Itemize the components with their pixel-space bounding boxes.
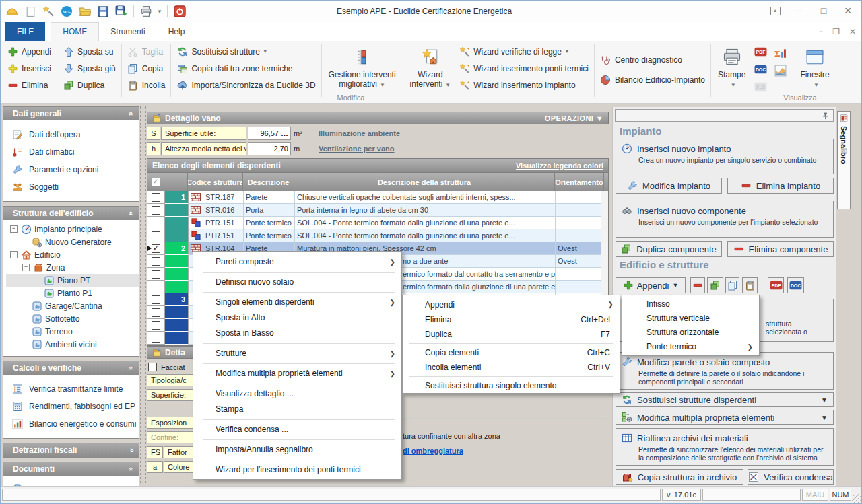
sidebar-item-parametri-e-opzioni[interactable]: Parametri e opzioni — [3, 161, 139, 178]
ribbon-button-sposta-gi[interactable]: Sposta giù — [59, 60, 119, 77]
ribbon-button-inserisci[interactable]: Inserisci — [3, 60, 55, 77]
row-selector-cell[interactable] — [147, 229, 165, 242]
ombreggiatura-link-fragment[interactable]: di ombreggiatura — [403, 447, 463, 455]
ribbon-button-sposta-su[interactable]: Sposta su — [59, 43, 119, 60]
diagram-view-button[interactable] — [770, 62, 791, 79]
ribbon-button-wizard-verifiche-di-legge[interactable]: Wizard verifiche di legge▼ — [455, 43, 592, 60]
tree-item-zona[interactable]: −Zona — [6, 261, 139, 274]
sidebar-item-bilancio-energetico-e-consumi[interactable]: Bilancio energetico e consumi — [3, 415, 139, 433]
row-selector-cell[interactable] — [147, 204, 165, 217]
tree-toggle-minus[interactable]: − — [10, 251, 18, 258]
row-checkbox[interactable] — [152, 219, 160, 227]
tree-item-pianto-p1[interactable]: Pianto P1 — [6, 287, 139, 299]
ribbon-button-sostituisci-strutture[interactable]: Sostituisci strutture▼ — [173, 43, 319, 60]
menu-item-ponte-termico[interactable]: Ponte termico❯ — [622, 340, 759, 354]
menu-item-infisso[interactable]: Infisso — [622, 297, 759, 312]
menu-item-appendi[interactable]: Appendi❯ — [403, 297, 620, 312]
tree-item-terreno[interactable]: Terreno — [6, 325, 139, 338]
sidebar-item-dati-dell-opera[interactable]: Dati dell'opera — [3, 126, 139, 143]
sidebar-item-rendimenti-fabbisogni-ed-ep[interactable]: Rendimenti, fabbisogni ed EP — [3, 398, 139, 415]
ribbon-button-finestre[interactable]: Finestre▼ — [795, 43, 834, 101]
copia-struttura-archivio-button[interactable]: Copia struttura in archivio — [616, 469, 743, 485]
column-header-blank[interactable] — [164, 173, 188, 191]
duplicate-green-button[interactable] — [707, 277, 723, 293]
row-checkbox[interactable] — [152, 257, 160, 266]
menu-item-sostituisci-struttura-singolo-elemento[interactable]: Sostituisci struttura singolo elemento — [403, 378, 620, 393]
operazioni-menu-button[interactable]: OPERAZIONI ▼ — [545, 114, 603, 122]
menu-item-definisci-nuovo-solaio[interactable]: Definisci nuovo solaio — [193, 275, 401, 290]
sidebar-item-soggetti[interactable]: Soggetti — [3, 178, 139, 196]
ribbon-button-wizard-inserimento-impianto[interactable]: Wizard inserimento impianto — [455, 77, 592, 94]
menu-item-struttura-verticale[interactable]: Struttura verticale — [622, 312, 759, 326]
tree-item-impianto-principale[interactable]: −Impianto principale — [6, 223, 139, 236]
menu-item-singoli-elementi-disperdenti[interactable]: Singoli elementi disperdenti❯ — [193, 295, 401, 310]
maximize-button[interactable]: □ — [811, 2, 836, 20]
row-selector-cell[interactable] — [147, 306, 165, 319]
row-selector-cell[interactable] — [147, 255, 165, 268]
close-button[interactable]: ✕ — [836, 2, 860, 20]
tree-item-sottotetto[interactable]: Sottotetto — [6, 312, 139, 325]
paste-clipboard-button[interactable] — [742, 277, 758, 293]
tab-home[interactable]: HOME — [51, 22, 99, 42]
menu-item-imposta-annulla-segnalibro[interactable]: Imposta/Annulla segnalibro — [193, 442, 401, 458]
ribbon-button-bilancio-edificio-impianto[interactable]: Bilancio Edificio-Impianto — [597, 70, 708, 90]
altezza-input[interactable]: 2,70 — [248, 142, 291, 155]
acca-logo-button[interactable] — [5, 4, 20, 19]
wizard-wand-button[interactable] — [41, 4, 56, 19]
menu-item-strutture[interactable]: Strutture❯ — [193, 346, 401, 361]
ribbon-button-incolla[interactable]: Incolla — [124, 77, 169, 94]
menu-item-modifica-multipla-propriet-elementi[interactable]: Modifica multipla proprietà elementi❯ — [193, 366, 401, 382]
tree-toggle-minus[interactable]: − — [22, 264, 30, 271]
tab-file[interactable]: FILE — [5, 22, 45, 41]
tree-item-garage-cantina[interactable]: Garage/Cantina — [6, 299, 139, 312]
column-header-orientamento[interactable]: Orientamento — [555, 173, 604, 191]
row-checkbox[interactable] — [152, 270, 160, 279]
modifica-impianto-button[interactable]: Modifica impianto — [616, 178, 722, 194]
ribbon-button-stampe[interactable]: Stampe▼ — [713, 43, 750, 101]
sidebar-section-header-documenti[interactable]: Documenti« — [3, 462, 139, 476]
tab-help[interactable]: Help — [157, 22, 197, 41]
column-header-descrizione[interactable]: Descrizione — [243, 173, 294, 191]
row-checkbox[interactable] — [152, 206, 160, 215]
export-doc-button[interactable]: DOC — [750, 61, 770, 78]
ribbon-button-importa-sincronizza-da-euclide-3d[interactable]: Importa/Sincronizza da Euclide 3D — [173, 77, 319, 94]
document-close-button[interactable]: ✕ — [849, 27, 856, 36]
menu-item-copia-elementi[interactable]: Copia elementiCtrl+C — [403, 345, 620, 360]
menu-item-sposta-in-basso[interactable]: Sposta in Basso — [193, 326, 401, 341]
appendi-dropdown-button[interactable]: Appendi▼ — [616, 277, 686, 293]
sce-badge-button[interactable]: SCE — [59, 4, 74, 19]
row-checkbox[interactable] — [152, 308, 160, 317]
document-restore-button[interactable]: ❐ — [832, 27, 840, 36]
resize-grip[interactable] — [852, 494, 861, 503]
ribbon-button-wizard-interventi[interactable]: Wizardinterventi▼ — [405, 43, 456, 101]
new-document-button[interactable] — [23, 4, 38, 19]
menu-item-stampa[interactable]: Stampa — [193, 402, 401, 417]
sidebar-section-header-detrazioni-fiscali[interactable]: Detrazioni fiscali« — [3, 443, 139, 457]
collapse-ribbon-button[interactable]: ▴ — [763, 2, 787, 20]
select-all-checkbox[interactable]: ✓ — [152, 178, 160, 186]
row-checkbox[interactable] — [152, 283, 160, 291]
sidebar-section-header-calcoli-e-verifiche[interactable]: Calcoli e verifiche« — [3, 361, 139, 375]
row-selector-cell[interactable] — [147, 217, 165, 229]
tree-toggle-minus[interactable]: − — [10, 225, 18, 233]
minus-red-button[interactable] — [690, 277, 705, 293]
ribbon-button-wizard-inserimento-ponti-termici[interactable]: Wizard inserimento ponti termici — [455, 60, 592, 77]
open-folder-button[interactable] — [77, 4, 92, 19]
duplica-componente-button[interactable]: Duplica componente — [616, 241, 722, 257]
summary-chart-button[interactable]: Σ — [770, 44, 791, 62]
row-checkbox[interactable] — [152, 334, 160, 343]
sidebar-section-header-struttura-dell-edificio[interactable]: Struttura dell'edificio« — [3, 207, 139, 220]
tree-item-nuovo-generatore[interactable]: Nuovo Generatore — [6, 236, 139, 248]
sidebar-item-dati-climatici[interactable]: Dati climatici — [3, 143, 139, 161]
menu-item-duplica[interactable]: DuplicaF7 — [403, 327, 620, 342]
row-selector-cell[interactable]: ✓ — [147, 242, 165, 255]
export-pdf-button[interactable]: PDF — [750, 43, 770, 61]
menu-item-wizard-per-l-inserimento-dei-ponti-termici[interactable]: Wizard per l'inserimento dei ponti termi… — [193, 462, 401, 478]
menu-item-elimina[interactable]: EliminaCtrl+Del — [403, 312, 620, 327]
minimize-button[interactable]: − — [787, 2, 811, 20]
ribbon-button-appendi[interactable]: Appendi — [3, 43, 55, 60]
menu-item-struttura-orizzontale[interactable]: Struttura orizzontale — [622, 326, 759, 340]
row-selector-cell[interactable] — [147, 281, 165, 293]
menu-item-sposta-in-alto[interactable]: Sposta in Alto — [193, 310, 401, 326]
column-header-codice-struttura[interactable]: Codice struttura — [188, 173, 243, 191]
